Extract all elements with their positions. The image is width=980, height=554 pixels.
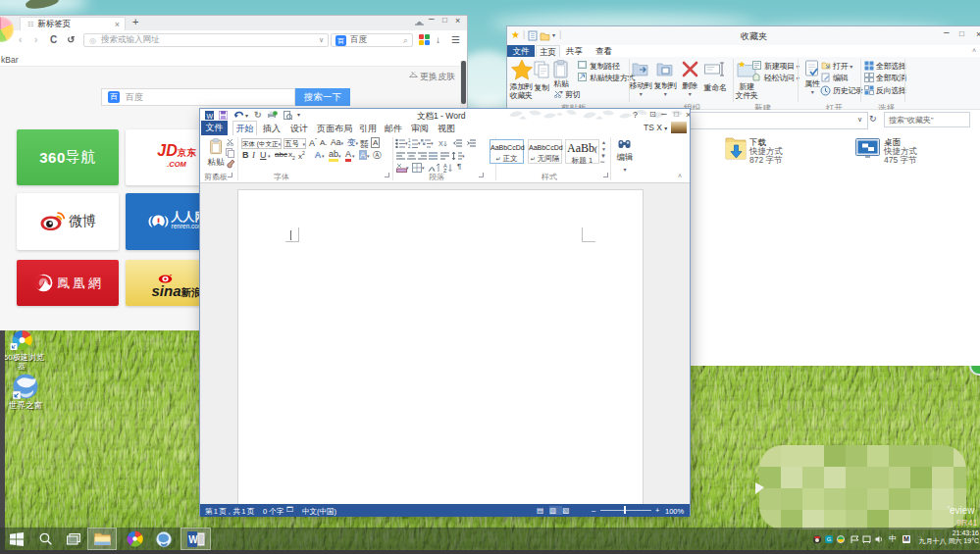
svg-text:W: W: [188, 534, 198, 545]
svg-text:X: X: [438, 140, 443, 147]
svg-text:1: 1: [408, 138, 411, 143]
svg-text:2: 2: [408, 144, 411, 148]
svg-text:W: W: [207, 113, 214, 120]
